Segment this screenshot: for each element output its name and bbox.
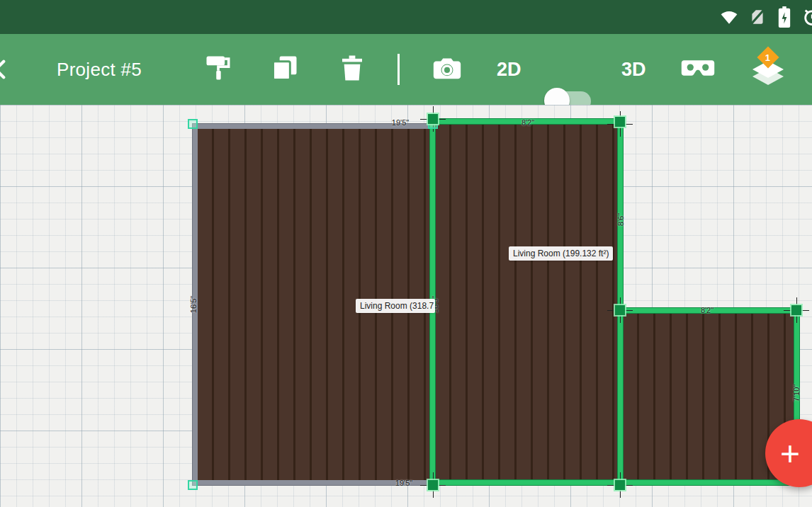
wifi-icon (720, 8, 738, 26)
plus-icon: + (780, 434, 800, 473)
corner-handle[interactable] (188, 119, 198, 129)
status-bar (0, 0, 812, 34)
copy-icon (269, 52, 300, 86)
corner-handle[interactable] (615, 117, 625, 127)
corner-handle[interactable] (188, 480, 198, 490)
vr-cardboard-icon (680, 52, 716, 87)
clock-icon (802, 7, 812, 27)
dimension-label: 16'5" (189, 296, 198, 313)
dimension-label: 19'5" (392, 118, 409, 127)
toolbar: Project #5 (0, 34, 812, 105)
dimension-label: 7'10" (792, 384, 801, 401)
paint-roller-button[interactable] (203, 34, 234, 105)
trash-icon (337, 52, 367, 86)
layers-button[interactable]: 1 (750, 51, 786, 91)
dimension-label: 8'2" (701, 306, 714, 314)
toggle-knob[interactable] (544, 88, 570, 105)
layers-icon (750, 81, 786, 93)
screenshot-button[interactable] (431, 34, 463, 105)
no-sim-icon (748, 8, 767, 26)
room-label-right[interactable]: Living Room (199.132 ft²) (509, 246, 613, 261)
vr-view-button[interactable] (680, 34, 716, 105)
2d-3d-toggle[interactable] (544, 91, 591, 105)
room-middle[interactable] (430, 119, 623, 485)
back-button[interactable] (0, 34, 13, 105)
dimension-label: 8'2" (521, 118, 534, 127)
battery-charging-icon (777, 6, 792, 28)
camera-icon (431, 52, 463, 87)
mode-3d-label[interactable]: 3D (621, 34, 646, 105)
corner-handle[interactable] (428, 480, 438, 490)
dimension-label: 19'5" (395, 479, 412, 487)
corner-handle[interactable] (428, 114, 438, 124)
corner-handle[interactable] (615, 305, 625, 315)
paint-roller-icon (203, 52, 234, 86)
floor-plan-app: Project #5 (0, 0, 812, 507)
dimension-label: 8'6" (616, 213, 625, 226)
copy-button[interactable] (269, 34, 300, 105)
corner-handle[interactable] (615, 480, 625, 490)
mode-2d-label[interactable]: 2D (497, 34, 521, 105)
floor-plan-canvas[interactable]: 19'5" 8'2" 16'5" 16'5" 8'6" 8'2" 7'10" 1… (0, 105, 812, 507)
corner-handle[interactable] (791, 305, 801, 315)
room-label-left[interactable]: Living Room (318.7 (356, 299, 435, 313)
toolbar-divider (397, 54, 400, 85)
project-title: Project #5 (57, 34, 142, 105)
delete-button[interactable] (337, 34, 367, 105)
